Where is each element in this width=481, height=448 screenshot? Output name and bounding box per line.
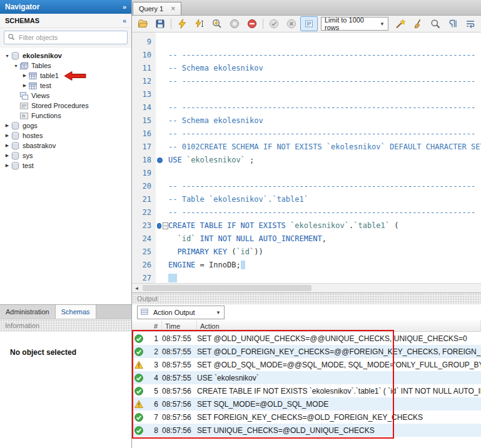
rollback-icon[interactable] bbox=[283, 16, 300, 31]
output-row[interactable]: 508:57:56CREATE TABLE IF NOT EXISTS `eko… bbox=[132, 384, 481, 397]
toolbar-divider bbox=[171, 19, 171, 29]
stop-icon[interactable] bbox=[226, 16, 243, 31]
success-status-icon bbox=[132, 374, 146, 382]
tree-item-hostes[interactable]: ▶hostes bbox=[0, 131, 131, 141]
editor-horizontal-scrollbar[interactable]: ◂ bbox=[132, 283, 481, 292]
code-text bbox=[168, 272, 177, 283]
editor-line[interactable]: 16-- -----------------------------------… bbox=[132, 127, 481, 141]
beautify-icon[interactable] bbox=[392, 16, 409, 31]
line-markers bbox=[156, 206, 168, 219]
open-script-icon[interactable] bbox=[134, 16, 151, 31]
collapsed-icon[interactable]: ▶ bbox=[4, 153, 11, 158]
editor-line[interactable]: 21-- Table `ekolesnikov`.`table1` bbox=[132, 193, 481, 206]
editor-line[interactable]: 13 bbox=[132, 88, 481, 101]
editor-line[interactable]: 20-- -----------------------------------… bbox=[132, 180, 481, 193]
output-view-dropdown[interactable]: Action Output ▼ bbox=[137, 306, 225, 319]
editor-line[interactable]: 25 PRIMARY KEY (`id`)) bbox=[132, 246, 481, 259]
output-row[interactable]: 208:57:55SET @OLD_FOREIGN_KEY_CHECKS=@@F… bbox=[132, 345, 481, 358]
expanded-icon[interactable]: ▼ bbox=[4, 54, 11, 58]
limit-rows-dropdown[interactable]: Limit to 1000 rows ▼ bbox=[321, 17, 388, 31]
schema-icon bbox=[11, 141, 20, 151]
query-tab[interactable]: Query 1 × bbox=[133, 2, 181, 15]
commit-icon[interactable] bbox=[265, 16, 283, 31]
editor-line[interactable]: 22-- -----------------------------------… bbox=[132, 206, 481, 219]
scroll-left-icon[interactable]: ◂ bbox=[132, 284, 141, 292]
tree-item-gogs[interactable]: ▶gogs bbox=[0, 121, 131, 131]
save-script-icon[interactable] bbox=[151, 16, 169, 31]
collapsed-icon[interactable]: ▶ bbox=[4, 143, 11, 148]
line-markers bbox=[156, 167, 168, 180]
column-index[interactable]: # bbox=[146, 321, 162, 331]
line-number: 19 bbox=[132, 167, 156, 180]
find-icon[interactable] bbox=[427, 16, 444, 31]
invisible-characters-icon[interactable] bbox=[444, 16, 462, 31]
editor-line[interactable]: 11-- Schema ekolesnikov bbox=[132, 62, 481, 75]
query-tab-label: Query 1 bbox=[139, 5, 163, 12]
collapsed-icon[interactable]: ▶ bbox=[21, 83, 28, 88]
navigator-title: Navigator bbox=[5, 2, 39, 11]
collapsed-icon[interactable]: ▶ bbox=[4, 133, 11, 138]
funcs-icon: fx bbox=[19, 111, 29, 121]
editor-line[interactable]: 10-- -----------------------------------… bbox=[132, 49, 481, 62]
collapse-schemas-icon[interactable]: « bbox=[123, 17, 126, 24]
tree-item-views[interactable]: Views bbox=[0, 91, 131, 101]
execute-current-statement-icon[interactable] bbox=[191, 16, 208, 31]
tree-item-stored-procedures[interactable]: Stored Procedures bbox=[0, 101, 131, 111]
wrap-text-icon[interactable] bbox=[462, 16, 479, 31]
editor-line[interactable]: 14-- -----------------------------------… bbox=[132, 101, 481, 114]
sql-editor[interactable]: 910-- ----------------------------------… bbox=[132, 32, 481, 283]
tree-item-test[interactable]: ▶test bbox=[0, 81, 131, 91]
collapsed-icon[interactable]: ▶ bbox=[4, 163, 11, 168]
output-row[interactable]: 108:57:55SET @OLD_UNIQUE_CHECKS=@@UNIQUE… bbox=[132, 332, 481, 345]
tree-item-ekolesnikov[interactable]: ▼ekolesnikov bbox=[0, 51, 131, 61]
editor-line[interactable]: 12-- -----------------------------------… bbox=[132, 75, 481, 88]
clear-icon[interactable] bbox=[409, 16, 427, 31]
explain-statement-icon[interactable] bbox=[208, 16, 226, 31]
editor-line[interactable]: 24 `id` INT NOT NULL AUTO_INCREMENT, bbox=[132, 232, 481, 246]
tree-item-test[interactable]: ▶test bbox=[0, 161, 131, 171]
editor-line[interactable]: 15-- Schema ekolesnikov bbox=[132, 114, 481, 127]
collapsed-icon[interactable]: ▶ bbox=[21, 73, 28, 78]
close-tab-icon[interactable]: × bbox=[171, 5, 175, 12]
column-action[interactable]: Action bbox=[197, 321, 481, 331]
line-number: 14 bbox=[132, 101, 156, 114]
scrollbar-thumb[interactable] bbox=[143, 285, 311, 291]
panel-menu-icon[interactable]: » bbox=[123, 3, 126, 11]
row-time: 08:57:55 bbox=[162, 347, 197, 356]
column-time[interactable]: Time bbox=[162, 321, 197, 331]
tree-item-functions[interactable]: fxFunctions bbox=[0, 111, 131, 121]
row-time: 08:57:55 bbox=[162, 361, 197, 369]
output-row[interactable]: 708:57:56SET FOREIGN_KEY_CHECKS=@OLD_FOR… bbox=[132, 411, 481, 424]
output-row[interactable]: 408:57:55USE `ekolesnikov` bbox=[132, 371, 481, 384]
column-status[interactable] bbox=[132, 321, 146, 331]
editor-line[interactable]: 18USE `ekolesnikov` ; bbox=[132, 154, 481, 167]
row-action: USE `ekolesnikov` bbox=[197, 374, 481, 382]
collapsed-icon[interactable]: ▶ bbox=[4, 123, 11, 128]
tree-item-table1[interactable]: ▶table1 bbox=[0, 71, 131, 81]
stop-on-error-toggle-icon[interactable] bbox=[243, 16, 261, 31]
expanded-icon[interactable]: ▼ bbox=[13, 64, 19, 68]
editor-line[interactable]: 9 bbox=[132, 36, 481, 49]
editor-line[interactable]: 19 bbox=[132, 167, 481, 180]
filter-input[interactable] bbox=[18, 33, 124, 42]
row-index: 6 bbox=[146, 400, 162, 409]
sidebar-tab-administration[interactable]: Administration bbox=[0, 305, 56, 319]
editor-line[interactable]: 27 bbox=[132, 272, 481, 283]
output-row[interactable]: 808:57:56SET UNIQUE_CHECKS=@OLD_UNIQUE_C… bbox=[132, 424, 481, 437]
row-time: 08:57:55 bbox=[162, 374, 197, 382]
tree-item-sys[interactable]: ▶sys bbox=[0, 151, 131, 161]
execute-script-icon[interactable] bbox=[173, 16, 191, 31]
autocommit-toggle-icon[interactable] bbox=[300, 16, 318, 31]
filter-box[interactable] bbox=[4, 31, 128, 44]
editor-line[interactable]: 17-- 0102CREATE SCHEMA IF NOT EXISTS `ek… bbox=[132, 141, 481, 154]
sidebar-tab-schemas[interactable]: Schemas bbox=[56, 305, 96, 319]
output-row[interactable]: 308:57:55SET @OLD_SQL_MODE=@@SQL_MODE, S… bbox=[132, 358, 481, 371]
editor-line[interactable]: 23CREATE TABLE IF NOT EXISTS `ekolesniko… bbox=[132, 219, 481, 232]
fold-collapse-icon[interactable] bbox=[163, 222, 168, 229]
success-status-icon bbox=[132, 426, 146, 435]
tree-item-sbastrakov[interactable]: ▶sbastrakov bbox=[0, 141, 131, 151]
editor-line[interactable]: 26ENGINE = InnoDB; bbox=[132, 259, 481, 272]
tree-item-tables[interactable]: ▼Tables bbox=[0, 61, 131, 71]
output-column-header: # Time Action bbox=[132, 321, 481, 332]
output-row[interactable]: 608:57:56SET SQL_MODE=@OLD_SQL_MODE bbox=[132, 397, 481, 411]
